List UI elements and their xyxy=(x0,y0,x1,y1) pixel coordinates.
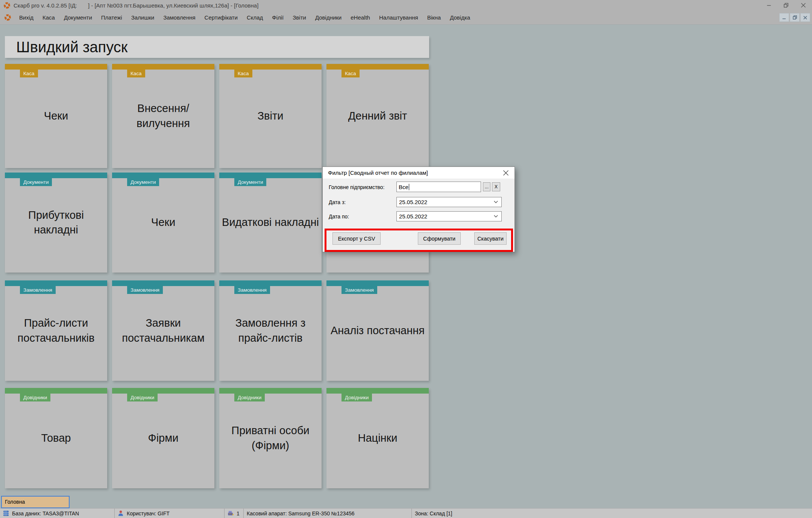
date-to-value: 25.05.2022 xyxy=(399,213,427,220)
minimize-icon[interactable] xyxy=(760,0,777,11)
application-window: { "window": { "title": "Скарб pro v. 4.0… xyxy=(0,0,812,518)
quick-launch-tile[interactable]: ДовідникиФірми xyxy=(112,388,214,488)
mdi-restore-icon[interactable] xyxy=(790,13,800,22)
quick-launch-tile[interactable]: КасаЗвіти xyxy=(219,64,322,168)
quick-launch-tile[interactable]: КасаДенний звіт xyxy=(326,64,429,168)
quick-launch-tile[interactable]: КасаЧеки xyxy=(5,64,107,168)
tile-label: Приватні особи (Фірми) xyxy=(219,388,322,488)
tile-label: Товар xyxy=(5,388,107,488)
restore-icon[interactable] xyxy=(777,0,795,11)
cash-register-icon xyxy=(228,510,234,516)
status-section-2: Користувач: GIFT xyxy=(115,509,225,518)
close-icon[interactable] xyxy=(795,0,812,11)
quick-launch-tile[interactable]: ДовідникиПриватні особи (Фірми) xyxy=(219,388,322,488)
main-enterprise-label: Головне підприємство: xyxy=(329,184,384,190)
quick-launch-title: Швидкий запуск xyxy=(5,36,429,58)
date-to-select[interactable]: 25.05.2022 xyxy=(396,211,502,221)
menu-bar: ВихідКасаДокументиПлатежіЗалишкиЗамовлен… xyxy=(0,11,812,25)
tile-label: Заявки постачальникам xyxy=(112,280,214,381)
quick-launch-tile[interactable]: ДовідникиТовар xyxy=(5,388,107,488)
user-icon xyxy=(118,510,124,516)
menu-items: ВихідКасаДокументиПлатежіЗалишкиЗамовлен… xyxy=(15,11,475,24)
status-text: Користувач: GIFT xyxy=(127,510,170,516)
menu-item-10[interactable]: Звіти xyxy=(288,11,311,25)
mdi-window-controls xyxy=(779,13,810,22)
status-text: Зона: Склад [1] xyxy=(415,510,452,516)
app-logo-icon xyxy=(5,14,11,21)
chevron-down-icon xyxy=(494,215,498,218)
menu-item-5[interactable]: Залишки xyxy=(127,11,159,25)
tile-label: Аналіз постачання xyxy=(326,280,429,381)
text-caret xyxy=(409,184,409,190)
main-enterprise-value: Все xyxy=(399,184,408,190)
menu-item-12[interactable]: eHealth xyxy=(346,11,375,25)
generate-button[interactable]: Сформувати xyxy=(418,232,461,245)
quick-launch-tile[interactable]: ЗамовленняЗамовлення з прайс-листів xyxy=(219,280,322,381)
dialog-title: Фильтр [Сводный отчет по филиалам] xyxy=(328,170,428,176)
status-section-4: Касовий апарат: Samsung ER-350 №123456 xyxy=(244,509,412,518)
status-text: 1 xyxy=(237,510,240,516)
mdi-minimize-icon[interactable] xyxy=(779,13,789,22)
menu-item-14[interactable]: Вікна xyxy=(423,11,446,25)
menu-item-1[interactable]: Вихід xyxy=(15,11,38,25)
menu-item-11[interactable]: Довідники xyxy=(311,11,346,25)
dialog-close-icon[interactable] xyxy=(502,169,510,177)
quick-launch-tile[interactable]: ДокументиЧеки xyxy=(112,173,214,273)
filter-dialog: Фильтр [Сводный отчет по филиалам] Голов… xyxy=(322,167,515,252)
date-from-label: Дата з: xyxy=(329,199,346,205)
quick-launch-tile[interactable]: ЗамовленняЗаявки постачальникам xyxy=(112,280,214,381)
title-bar: Скарб pro v. 4.0.2.85 [ІД: ] - [Апт №003… xyxy=(0,0,812,11)
tile-label: Прибуткові накладні xyxy=(5,173,107,273)
menu-item-3[interactable]: Документи xyxy=(59,11,97,25)
quick-launch-tile[interactable]: ДокументиПрибуткові накладні xyxy=(5,173,107,273)
menu-item-6[interactable]: Замовлення xyxy=(159,11,200,25)
quick-launch-tile[interactable]: ДовідникиНацінки xyxy=(326,388,429,488)
clear-button[interactable]: X xyxy=(492,182,500,191)
database-icon xyxy=(3,510,9,516)
date-from-select[interactable]: 25.05.2022 xyxy=(396,197,502,207)
tile-label: Денний звіт xyxy=(326,64,429,168)
quick-launch-tile[interactable]: КасаВнесення/вилучення xyxy=(112,64,214,168)
main-enterprise-input[interactable]: Все xyxy=(396,182,481,192)
status-bar: База даних: TASA3@TITANКористувач: GIFT1… xyxy=(0,508,812,518)
status-section-1: База даних: TASA3@TITAN xyxy=(0,509,115,518)
status-section-3: 1 xyxy=(225,509,244,518)
cancel-button[interactable]: Скасувати xyxy=(474,232,507,245)
tile-label: Звіти xyxy=(219,64,322,168)
tab-home[interactable]: Головна xyxy=(1,496,70,508)
dialog-title-bar: Фильтр [Сводный отчет по филиалам] xyxy=(323,167,515,179)
status-text: Касовий апарат: Samsung ER-350 №123456 xyxy=(247,510,355,516)
quick-launch-tile[interactable]: ЗамовленняПрайс-листи постачальників xyxy=(5,280,107,381)
export-csv-button[interactable]: Експорт у CSV xyxy=(332,232,381,245)
window-controls xyxy=(760,0,812,11)
menu-item-4[interactable]: Платежі xyxy=(97,11,127,25)
tile-label: Чеки xyxy=(5,64,107,168)
menu-item-7[interactable]: Сертифікати xyxy=(200,11,242,25)
menu-item-2[interactable]: Каса xyxy=(38,11,59,25)
date-to-label: Дата по: xyxy=(329,214,349,220)
browse-button[interactable]: ... xyxy=(483,182,490,191)
quick-launch-tile[interactable]: ЗамовленняАналіз постачання xyxy=(326,280,429,381)
tile-label: Прайс-листи постачальників xyxy=(5,280,107,381)
app-logo-icon xyxy=(4,2,10,9)
menu-item-13[interactable]: Налаштування xyxy=(375,11,423,25)
tile-label: Націнки xyxy=(326,388,429,488)
tile-label: Фірми xyxy=(112,388,214,488)
tile-label: Внесення/вилучення xyxy=(112,64,214,168)
tile-label: Замовлення з прайс-листів xyxy=(219,280,322,381)
menu-item-15[interactable]: Довідка xyxy=(445,11,475,25)
tile-label: Видаткові накладні xyxy=(219,173,322,273)
status-section-5: Зона: Склад [1] xyxy=(412,509,812,518)
window-title: Скарб pro v. 4.0.2.85 [ІД: ] - [Апт №003… xyxy=(14,2,258,9)
menu-item-9[interactable]: Філії xyxy=(267,11,288,25)
mdi-close-icon[interactable] xyxy=(800,13,810,22)
tile-label: Чеки xyxy=(112,173,214,273)
chevron-down-icon xyxy=(494,201,498,203)
quick-launch-tile[interactable]: ДокументиВидаткові накладні xyxy=(219,173,322,273)
quick-launch-panel: Швидкий запуск xyxy=(5,36,429,58)
date-from-value: 25.05.2022 xyxy=(399,199,427,205)
status-text: База даних: TASA3@TITAN xyxy=(12,510,79,516)
menu-item-8[interactable]: Склад xyxy=(242,11,267,25)
